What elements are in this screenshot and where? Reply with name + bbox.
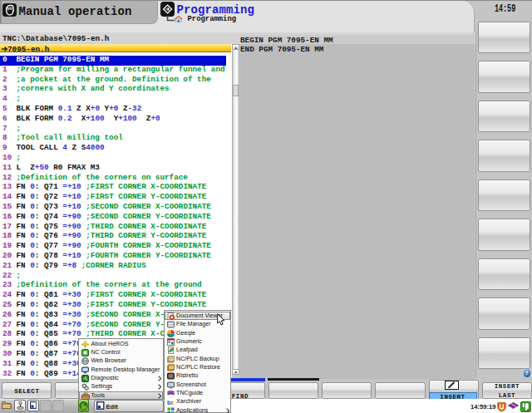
svg-text:x: x (170, 400, 174, 406)
